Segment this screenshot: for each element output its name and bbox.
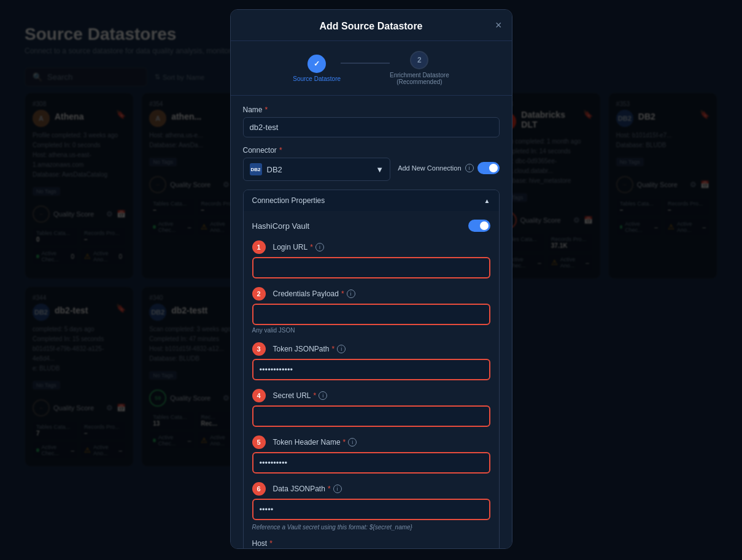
token-header-label: 5 Token Header Name * i bbox=[252, 435, 490, 449]
host-section: Host * bbox=[252, 539, 490, 549]
credentials-payload-input[interactable] bbox=[252, 304, 490, 325]
credentials-payload-label: 2 Credentials Payload * i bbox=[252, 287, 490, 301]
info-icon-credentials[interactable]: i bbox=[347, 290, 355, 298]
step-badge-4: 4 bbox=[252, 389, 266, 402]
step-badge-1: 1 bbox=[252, 240, 266, 254]
step-2-label: Enrichment Datastore(Recommended) bbox=[390, 72, 449, 85]
step-2: 2 Enrichment Datastore(Recommended) bbox=[390, 51, 449, 85]
db2-icon: DB2 bbox=[250, 163, 262, 175]
info-icon-token-header[interactable]: i bbox=[348, 438, 357, 447]
step-1: ✓ Source Datastore bbox=[293, 55, 341, 82]
new-connection-label: Add New Connection bbox=[398, 164, 461, 172]
step-badge-2: 2 bbox=[252, 287, 266, 301]
connection-properties-accordion: Connection Properties HashiCorp Vault 1 … bbox=[243, 190, 500, 549]
modal-close-button[interactable]: × bbox=[495, 20, 502, 31]
modal-add-datastore: Add Source Datastore × ✓ Source Datastor… bbox=[230, 9, 512, 549]
modal-title: Add Source Datastore bbox=[319, 21, 422, 32]
chevron-up-icon bbox=[484, 196, 490, 205]
data-jsonpath-input[interactable] bbox=[252, 499, 490, 520]
step-1-label: Source Datastore bbox=[293, 75, 341, 82]
chevron-down-icon: ▼ bbox=[376, 165, 384, 174]
step-1-circle: ✓ bbox=[307, 55, 326, 73]
modal-overlay[interactable]: Add Source Datastore × ✓ Source Datastor… bbox=[0, 0, 742, 560]
hashicorp-row: HashiCorp Vault bbox=[252, 220, 490, 232]
new-connection-group: Add New Connection i bbox=[398, 153, 499, 174]
token-header-input[interactable] bbox=[252, 452, 490, 474]
connector-select-inner: DB2 DB2 bbox=[250, 163, 282, 175]
accordion-header[interactable]: Connection Properties bbox=[244, 190, 499, 211]
info-icon-login[interactable]: i bbox=[315, 243, 324, 251]
token-jsonpath-input[interactable] bbox=[252, 359, 490, 380]
token-jsonpath-label: 3 Token JSONPath * i bbox=[252, 342, 490, 356]
token-jsonpath-group: 3 Token JSONPath * i bbox=[252, 342, 490, 380]
data-jsonpath-group: 6 Data JSONPath * i Reference a Vault se… bbox=[252, 482, 490, 531]
step-line bbox=[341, 63, 390, 64]
step-2-circle: 2 bbox=[410, 51, 428, 69]
vault-format-hint: Reference a Vault secret using this form… bbox=[252, 524, 490, 531]
host-label: Host * bbox=[252, 539, 490, 548]
connector-label: Connector * bbox=[243, 146, 391, 155]
name-input[interactable] bbox=[243, 117, 500, 137]
stepper: ✓ Source Datastore 2 Enrichment Datastor… bbox=[231, 41, 512, 96]
connector-select[interactable]: DB2 DB2 ▼ bbox=[243, 158, 391, 181]
data-jsonpath-label: 6 Data JSONPath * i bbox=[252, 482, 490, 496]
credentials-hint: Any valid JSON bbox=[252, 327, 490, 334]
info-icon-token-jsonpath[interactable]: i bbox=[337, 345, 346, 353]
login-url-input[interactable] bbox=[252, 257, 490, 278]
modal-body: Name * Connector * DB2 DB2 bbox=[231, 96, 512, 549]
token-header-group: 5 Token Header Name * i bbox=[252, 435, 490, 474]
login-url-label: 1 Login URL * i bbox=[252, 240, 490, 254]
secret-url-label: 4 Secret URL * i bbox=[252, 389, 490, 402]
step-badge-6: 6 bbox=[252, 482, 266, 496]
new-connection-toggle[interactable] bbox=[477, 162, 500, 174]
info-icon-new-conn[interactable]: i bbox=[465, 164, 474, 172]
name-label: Name * bbox=[243, 105, 500, 114]
connector-required: * bbox=[279, 146, 282, 155]
secret-url-group: 4 Secret URL * i bbox=[252, 389, 490, 427]
info-icon-secret-url[interactable]: i bbox=[319, 391, 327, 400]
credentials-payload-group: 2 Credentials Payload * i Any valid JSON bbox=[252, 287, 490, 334]
hashicorp-label: HashiCorp Vault bbox=[252, 221, 310, 231]
step-badge-5: 5 bbox=[252, 435, 266, 449]
step-badge-3: 3 bbox=[252, 342, 266, 356]
modal-header: Add Source Datastore × bbox=[231, 10, 512, 41]
secret-url-input[interactable] bbox=[252, 405, 490, 427]
accordion-body: HashiCorp Vault 1 Login URL * i bbox=[244, 211, 499, 549]
name-form-group: Name * bbox=[243, 105, 500, 137]
connector-group: Connector * DB2 DB2 ▼ bbox=[243, 146, 391, 181]
connector-row: Connector * DB2 DB2 ▼ Add New Connection… bbox=[243, 146, 500, 181]
login-url-group: 1 Login URL * i bbox=[252, 240, 490, 278]
name-required: * bbox=[265, 105, 268, 114]
hashicorp-toggle[interactable] bbox=[468, 220, 490, 232]
info-icon-data-jsonpath[interactable]: i bbox=[333, 485, 342, 493]
